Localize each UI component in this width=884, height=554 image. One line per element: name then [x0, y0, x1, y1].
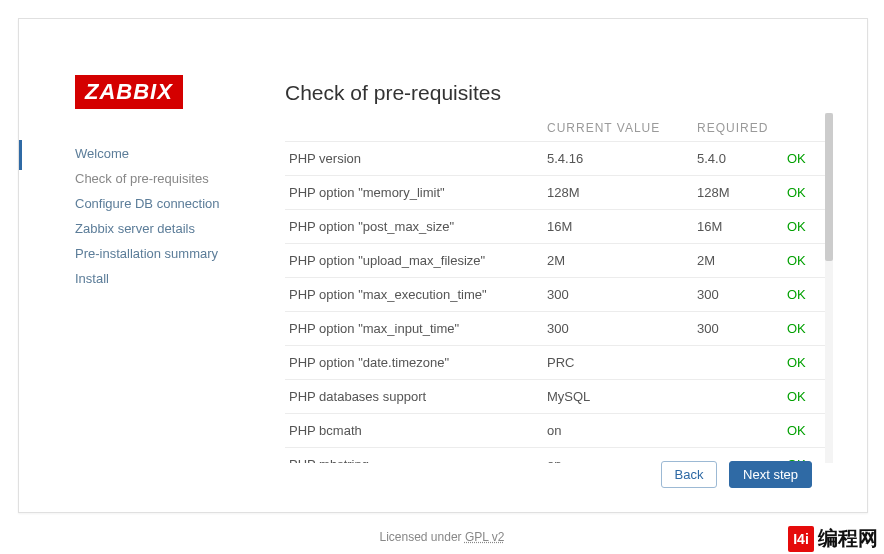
nav-item-3[interactable]: Zabbix server details	[75, 216, 255, 241]
col-required: REQUIRED	[693, 113, 783, 142]
cell-current: 128M	[543, 176, 693, 210]
footer-license-link[interactable]: GPL v2	[465, 530, 505, 544]
cell-status: OK	[783, 346, 825, 380]
cell-name: PHP option "upload_max_filesize"	[285, 244, 543, 278]
cell-required	[693, 414, 783, 448]
cell-required: 128M	[693, 176, 783, 210]
cell-name: PHP option "date.timezone"	[285, 346, 543, 380]
installer-panel: ZABBIX WelcomeCheck of pre-requisitesCon…	[18, 18, 868, 513]
cell-required	[693, 346, 783, 380]
requisites-tbody: PHP version5.4.165.4.0OKPHP option "memo…	[285, 142, 825, 464]
nav-item-2[interactable]: Configure DB connection	[75, 191, 255, 216]
watermark-text: 编程网	[818, 525, 878, 552]
cell-status: OK	[783, 210, 825, 244]
zabbix-logo: ZABBIX	[75, 75, 183, 109]
cell-current: 16M	[543, 210, 693, 244]
cell-required	[693, 380, 783, 414]
col-current: CURRENT VALUE	[543, 113, 693, 142]
nav-item-0[interactable]: Welcome	[75, 141, 255, 166]
cell-status: OK	[783, 414, 825, 448]
cell-name: PHP databases support	[285, 380, 543, 414]
table-row: PHP option "upload_max_filesize"2M2MOK	[285, 244, 825, 278]
page-title: Check of pre-requisites	[285, 81, 501, 105]
cell-name: PHP bcmath	[285, 414, 543, 448]
requisites-table: CURRENT VALUE REQUIRED PHP version5.4.16…	[285, 113, 825, 463]
back-button[interactable]: Back	[661, 461, 718, 488]
cell-name: PHP version	[285, 142, 543, 176]
cell-required: 300	[693, 312, 783, 346]
table-row: PHP option "memory_limit"128M128MOK	[285, 176, 825, 210]
cell-current: MySQL	[543, 380, 693, 414]
cell-required: 16M	[693, 210, 783, 244]
cell-name: PHP option "post_max_size"	[285, 210, 543, 244]
cell-required: 2M	[693, 244, 783, 278]
cell-current: 5.4.16	[543, 142, 693, 176]
cell-name: PHP option "max_execution_time"	[285, 278, 543, 312]
site-watermark: I4i 编程网	[788, 525, 878, 552]
nav-active-indicator	[19, 140, 22, 170]
watermark-icon: I4i	[788, 526, 814, 552]
footer: Licensed under GPL v2	[0, 530, 884, 544]
cell-name: PHP option "memory_limit"	[285, 176, 543, 210]
nav-item-1[interactable]: Check of pre-requisites	[75, 166, 255, 191]
wizard-buttons: Back Next step	[653, 461, 812, 488]
table-row: PHP version5.4.165.4.0OK	[285, 142, 825, 176]
nav-item-4[interactable]: Pre-installation summary	[75, 241, 255, 266]
table-row: PHP option "date.timezone"PRCOK	[285, 346, 825, 380]
col-status	[783, 113, 825, 142]
col-name	[285, 113, 543, 142]
cell-current: 300	[543, 312, 693, 346]
cell-status: OK	[783, 176, 825, 210]
cell-current: 300	[543, 278, 693, 312]
table-row: PHP databases supportMySQLOK	[285, 380, 825, 414]
requisites-table-wrap: CURRENT VALUE REQUIRED PHP version5.4.16…	[285, 113, 833, 463]
table-row: PHP option "max_execution_time"300300OK	[285, 278, 825, 312]
nav-item-5[interactable]: Install	[75, 266, 255, 291]
cell-status: OK	[783, 312, 825, 346]
cell-name: PHP mbstring	[285, 448, 543, 464]
cell-required: 300	[693, 278, 783, 312]
cell-status: OK	[783, 278, 825, 312]
cell-current: PRC	[543, 346, 693, 380]
footer-licensed: Licensed under	[380, 530, 465, 544]
cell-required: 5.4.0	[693, 142, 783, 176]
cell-status: OK	[783, 244, 825, 278]
cell-current: on	[543, 414, 693, 448]
cell-name: PHP option "max_input_time"	[285, 312, 543, 346]
cell-status: OK	[783, 380, 825, 414]
scrollbar-track[interactable]	[825, 113, 833, 463]
table-row: PHP option "max_input_time"300300OK	[285, 312, 825, 346]
next-step-button[interactable]: Next step	[729, 461, 812, 488]
cell-current: 2M	[543, 244, 693, 278]
wizard-nav: WelcomeCheck of pre-requisitesConfigure …	[75, 141, 255, 291]
scrollbar-thumb[interactable]	[825, 113, 833, 261]
cell-status: OK	[783, 142, 825, 176]
table-row: PHP option "post_max_size"16M16MOK	[285, 210, 825, 244]
table-row: PHP bcmathonOK	[285, 414, 825, 448]
